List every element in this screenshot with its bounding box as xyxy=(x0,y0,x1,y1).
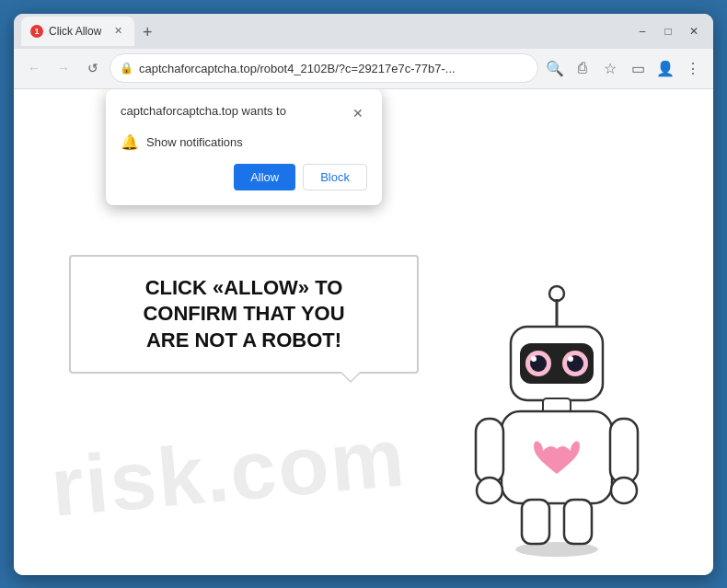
toolbar-icons: 🔍 ⎙ ☆ ▭ 👤 ⋮ xyxy=(542,55,706,81)
svg-rect-14 xyxy=(610,419,638,483)
svg-point-18 xyxy=(515,542,598,557)
tab-title: Click Allow xyxy=(49,25,101,38)
svg-point-15 xyxy=(611,478,637,503)
maximize-button[interactable]: □ xyxy=(656,19,680,43)
toolbar: ← → ↺ 🔒 captchaforcaptcha.top/robot4_210… xyxy=(14,49,713,89)
svg-point-9 xyxy=(568,356,573,362)
svg-rect-12 xyxy=(476,419,503,483)
watermark: risk.com xyxy=(47,409,410,535)
profile-icon[interactable]: 👤 xyxy=(652,55,678,81)
window-controls: – □ ✕ xyxy=(630,19,706,43)
url-text: captchaforcaptcha.top/robot4_2102B/?c=29… xyxy=(139,62,528,75)
browser-window: 1 Click Allow ✕ + – □ ✕ ← → ↺ 🔒 captchaf… xyxy=(14,14,713,575)
new-tab-button[interactable]: + xyxy=(134,20,160,46)
svg-point-8 xyxy=(531,356,537,362)
svg-rect-16 xyxy=(522,500,549,544)
popup-header: captchaforcaptcha.top wants to ✕ xyxy=(121,104,367,122)
popup-title: captchaforcaptcha.top wants to xyxy=(121,104,349,118)
search-icon[interactable]: 🔍 xyxy=(542,55,568,81)
bell-icon: 🔔 xyxy=(121,133,139,151)
main-text-box: CLICK «ALLOW» TO CONFIRM THAT YOU ARE NO… xyxy=(69,255,419,375)
svg-point-13 xyxy=(477,478,502,503)
robot-illustration xyxy=(456,281,658,557)
page-content: captchaforcaptcha.top wants to ✕ 🔔 Show … xyxy=(14,89,713,575)
back-button[interactable]: ← xyxy=(21,55,47,81)
block-button[interactable]: Block xyxy=(303,164,367,190)
share-icon[interactable]: ⎙ xyxy=(570,55,595,81)
notification-label: Show notifications xyxy=(146,135,243,149)
popup-close-button[interactable]: ✕ xyxy=(349,104,367,122)
title-bar: 1 Click Allow ✕ + – □ ✕ xyxy=(14,14,713,49)
allow-button[interactable]: Allow xyxy=(234,164,295,190)
svg-rect-17 xyxy=(564,500,592,544)
address-bar[interactable]: 🔒 captchaforcaptcha.top/robot4_2102B/?c=… xyxy=(110,53,538,83)
forward-button[interactable]: → xyxy=(51,55,76,81)
svg-point-1 xyxy=(549,286,564,301)
popup-notification-row: 🔔 Show notifications xyxy=(121,133,367,151)
active-tab: 1 Click Allow ✕ xyxy=(21,17,134,46)
tab-favicon: 1 xyxy=(30,25,43,38)
bookmark-icon[interactable]: ☆ xyxy=(597,55,623,81)
sidebar-icon[interactable]: ▭ xyxy=(625,55,651,81)
main-heading: CLICK «ALLOW» TO CONFIRM THAT YOU ARE NO… xyxy=(98,275,389,354)
popup-buttons: Allow Block xyxy=(121,164,367,190)
close-button[interactable]: ✕ xyxy=(682,19,706,43)
refresh-button[interactable]: ↺ xyxy=(80,55,106,81)
lock-icon: 🔒 xyxy=(120,62,133,75)
minimize-button[interactable]: – xyxy=(630,19,654,43)
tab-bar: 1 Click Allow ✕ + xyxy=(21,17,706,46)
tab-close-button[interactable]: ✕ xyxy=(110,24,125,39)
notification-popup: captchaforcaptcha.top wants to ✕ 🔔 Show … xyxy=(106,89,382,205)
menu-icon[interactable]: ⋮ xyxy=(680,55,706,81)
